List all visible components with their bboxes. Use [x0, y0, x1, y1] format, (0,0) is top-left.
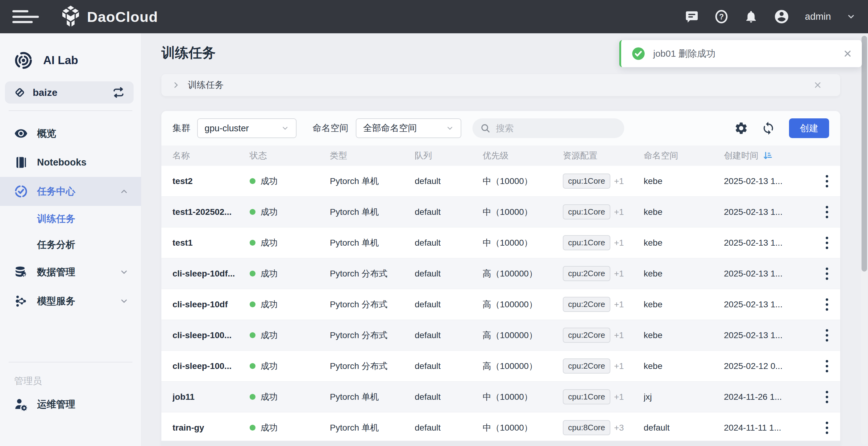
avatar[interactable] [774, 9, 789, 25]
resource-extra-badge[interactable]: +1 [614, 300, 624, 309]
job-name[interactable]: cli-sleep-10df... [173, 269, 250, 279]
job-name[interactable]: cli-sleep-100... [173, 361, 250, 371]
job-name[interactable]: test2 [173, 176, 250, 186]
table-row[interactable]: cli-sleep-100... 成功 Pytorch 分布式 default … [161, 351, 840, 382]
job-name[interactable]: cli-sleep-10df [173, 300, 250, 309]
resource-extra-badge[interactable]: +3 [614, 423, 624, 433]
resource-chip[interactable]: cpu:1Core [563, 174, 610, 188]
table-row[interactable]: job11 成功 Pytorch 单机 default 中（10000） cpu… [161, 382, 840, 412]
job-status: 成功 [250, 422, 330, 434]
resource-chip[interactable]: cpu:1Core [563, 235, 610, 250]
kebab-menu-icon[interactable] [825, 297, 829, 313]
vertical-scrollbar[interactable] [861, 35, 867, 444]
horizontal-scrollbar[interactable] [161, 441, 840, 446]
job-actions [813, 173, 840, 189]
resource-extra-badge[interactable]: +1 [614, 176, 624, 186]
resource-extra-badge[interactable]: +1 [614, 238, 624, 248]
resource-chip[interactable]: cpu:2Core [563, 297, 610, 312]
refresh-icon[interactable] [761, 121, 775, 135]
chevron-down-icon[interactable] [119, 297, 129, 306]
brand[interactable]: DaoCloud [60, 5, 158, 28]
column-header-resources[interactable]: 资源配置 [563, 150, 644, 162]
chevron-down-icon[interactable] [119, 268, 129, 277]
resource-extra-badge[interactable]: +1 [614, 392, 624, 402]
main-content: 训练任务 job01 删除成功 训练任务 集群 g [141, 33, 868, 446]
job-name[interactable]: cli-sleep-100... [173, 331, 250, 340]
table-row[interactable]: cli-sleep-100... 成功 Pytorch 分布式 default … [161, 320, 840, 351]
job-actions [813, 297, 840, 313]
kebab-menu-icon[interactable] [825, 204, 829, 220]
table-row[interactable]: test1 成功 Pytorch 单机 default 中（10000） cpu… [161, 228, 840, 258]
job-name[interactable]: test1 [173, 238, 250, 248]
namespace-select[interactable]: 全部命名空间 [356, 118, 461, 138]
resource-chip[interactable]: cpu:2Core [563, 328, 610, 343]
resource-extra-badge[interactable]: +1 [614, 269, 624, 279]
vertical-scrollbar-thumb[interactable] [862, 36, 867, 272]
product-header[interactable]: AI Lab [0, 46, 141, 75]
resource-extra-badge[interactable]: +1 [614, 331, 624, 340]
close-icon[interactable] [843, 49, 852, 59]
kebab-menu-icon[interactable] [825, 266, 829, 282]
resource-chip[interactable]: cpu:1Core [563, 389, 610, 404]
kebab-menu-icon[interactable] [825, 389, 829, 405]
message-icon[interactable] [685, 9, 699, 24]
sidebar-item-task-analysis[interactable]: 任务分析 [0, 232, 141, 258]
bell-icon[interactable] [744, 9, 758, 24]
namespace-label: 命名空间 [313, 122, 348, 134]
close-icon[interactable] [813, 80, 822, 90]
column-header-type[interactable]: 类型 [330, 150, 415, 162]
sidebar-item-ops-management[interactable]: 运维管理 [0, 390, 141, 419]
resource-chip[interactable]: cpu:8Core [563, 420, 610, 435]
kebab-menu-icon[interactable] [825, 420, 829, 436]
search-box[interactable] [472, 118, 624, 138]
search-input[interactable] [496, 123, 607, 133]
job-queue: default [415, 238, 483, 248]
job-status: 成功 [250, 330, 330, 341]
gear-icon[interactable] [734, 121, 748, 135]
kebab-menu-icon[interactable] [825, 173, 829, 189]
resource-extra-badge[interactable]: +1 [614, 361, 624, 371]
chevron-down-icon[interactable] [846, 12, 856, 21]
column-header-namespace[interactable]: 命名空间 [644, 150, 724, 162]
column-header-name[interactable]: 名称 [173, 150, 250, 162]
help-icon[interactable]: ? [714, 9, 728, 24]
resource-chip[interactable]: cpu:2Core [563, 266, 610, 281]
job-namespace: kebe [644, 300, 724, 309]
job-actions [813, 389, 840, 405]
resource-chip[interactable]: cpu:1Core [563, 204, 610, 219]
sidebar-item-task-center[interactable]: 任务中心 [0, 177, 141, 206]
job-name[interactable]: test1-202502... [173, 207, 250, 217]
breadcrumb-item[interactable]: 训练任务 [188, 79, 224, 91]
switch-workspace-icon[interactable] [112, 86, 125, 99]
table-row[interactable]: train-gy 成功 Pytorch 单机 default 中（10000） … [161, 412, 840, 443]
sidebar-item-data-management[interactable]: 数据管理 [0, 258, 141, 287]
column-header-queue[interactable]: 队列 [415, 150, 483, 162]
sidebar-item-training-jobs[interactable]: 训练任务 [0, 206, 141, 232]
table-row[interactable]: cli-sleep-10df 成功 Pytorch 分布式 default 高（… [161, 289, 840, 320]
job-name[interactable]: train-gy [173, 423, 250, 433]
resource-extra-badge[interactable]: +1 [614, 207, 624, 217]
column-header-status[interactable]: 状态 [250, 150, 330, 162]
cluster-select[interactable]: gpu-cluster [197, 118, 297, 138]
job-name[interactable]: job11 [173, 392, 250, 402]
chevron-up-icon[interactable] [119, 187, 129, 196]
sidebar-item-notebooks[interactable]: Notebooks [0, 148, 141, 177]
username[interactable]: admin [805, 11, 831, 22]
workspace-selector[interactable]: baize [5, 81, 134, 104]
kebab-menu-icon[interactable] [825, 235, 829, 251]
table-row[interactable]: cli-sleep-10df... 成功 Pytorch 分布式 default… [161, 258, 840, 289]
column-header-created-label[interactable]: 创建时间 [724, 150, 758, 162]
hamburger-menu-icon[interactable] [12, 8, 39, 25]
job-type: Pytorch 单机 [330, 206, 415, 218]
kebab-menu-icon[interactable] [825, 327, 829, 343]
sidebar-item-overview[interactable]: 概览 [0, 119, 141, 148]
table-row[interactable]: test1-202502... 成功 Pytorch 单机 default 中（… [161, 197, 840, 228]
sidebar-item-model-service[interactable]: 模型服务 [0, 287, 141, 316]
sort-descending-icon[interactable] [763, 151, 773, 161]
resource-chip[interactable]: cpu:2Core [563, 358, 610, 374]
create-button[interactable]: 创建 [789, 118, 829, 138]
table-row[interactable]: test2 成功 Pytorch 单机 default 中（10000） cpu… [161, 166, 840, 197]
status-text: 成功 [260, 175, 278, 187]
column-header-priority[interactable]: 优先级 [483, 150, 563, 162]
kebab-menu-icon[interactable] [825, 358, 829, 374]
